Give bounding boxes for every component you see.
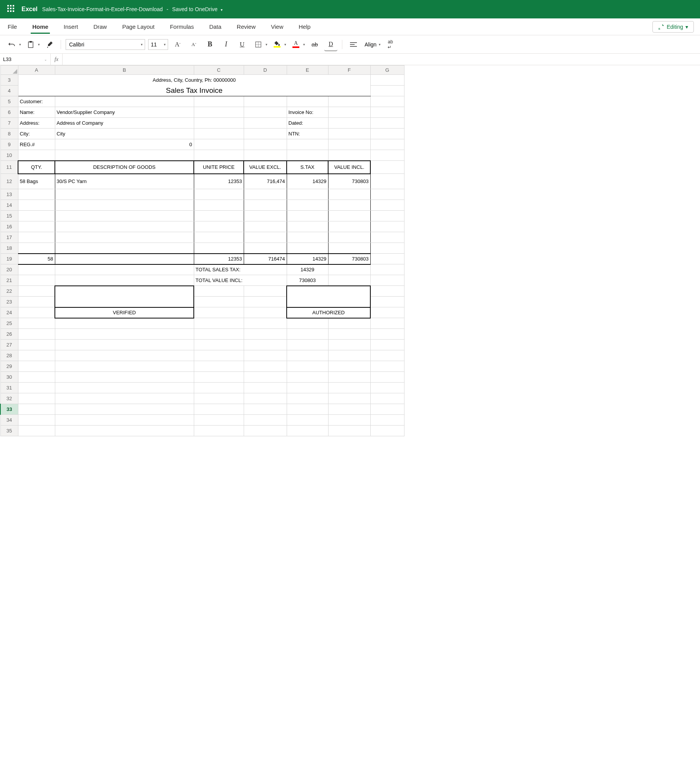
cell[interactable]: Vendor/Supplier Company	[55, 107, 194, 118]
tab-home[interactable]: Home	[31, 20, 50, 34]
cell[interactable]	[370, 426, 404, 436]
chevron-down-icon[interactable]: ▾	[221, 8, 223, 12]
cell[interactable]	[287, 372, 328, 383]
tab-data[interactable]: Data	[208, 20, 223, 34]
cell[interactable]	[18, 393, 55, 404]
cell[interactable]: Address, City, Country, Ph: 00000000	[18, 75, 370, 86]
tab-help[interactable]: Help	[297, 20, 312, 34]
cell[interactable]	[287, 393, 328, 404]
cell[interactable]	[55, 275, 194, 286]
cell[interactable]: 0	[55, 139, 194, 150]
cell[interactable]: QTY.	[18, 161, 55, 174]
formula-input[interactable]	[63, 54, 700, 65]
cell[interactable]	[244, 415, 287, 426]
cell[interactable]	[194, 107, 244, 118]
cell[interactable]	[370, 129, 404, 139]
cell[interactable]	[370, 415, 404, 426]
col-header-F[interactable]: F	[328, 66, 370, 75]
cell[interactable]	[328, 232, 370, 243]
cell[interactable]	[55, 221, 194, 232]
cell[interactable]	[370, 404, 404, 415]
wrap-text-button[interactable]: ab↵	[384, 38, 397, 51]
cell[interactable]	[328, 264, 370, 275]
cell[interactable]	[244, 200, 287, 211]
cell[interactable]	[328, 96, 370, 107]
tab-review[interactable]: Review	[235, 20, 257, 34]
row-header[interactable]: 6	[0, 107, 18, 118]
col-header-C[interactable]: C	[194, 66, 244, 75]
cell[interactable]	[244, 393, 287, 404]
cell[interactable]	[287, 232, 328, 243]
row-header[interactable]: 33	[0, 404, 18, 415]
align-icon-button[interactable]	[347, 38, 360, 51]
cell[interactable]: TOTAL SALES TAX:	[194, 264, 287, 275]
cell[interactable]	[194, 243, 244, 254]
format-painter-button[interactable]	[43, 38, 56, 51]
row-header[interactable]: 30	[0, 372, 18, 383]
row-header[interactable]: 13	[0, 189, 18, 200]
cell[interactable]	[18, 372, 55, 383]
cell[interactable]	[194, 404, 244, 415]
cell[interactable]	[328, 393, 370, 404]
row-header[interactable]: 35	[0, 426, 18, 436]
row-header[interactable]: 32	[0, 393, 18, 404]
cell[interactable]	[244, 361, 287, 372]
cell[interactable]	[18, 189, 55, 200]
cell[interactable]	[287, 426, 328, 436]
document-name[interactable]: Sales-Tax-Invoice-Format-in-Excel-Free-D…	[42, 6, 223, 12]
cell[interactable]	[244, 139, 287, 150]
cell[interactable]	[328, 189, 370, 200]
cell[interactable]: Sales Tax Invoice	[18, 86, 370, 96]
cell[interactable]	[194, 189, 244, 200]
cell[interactable]	[55, 211, 194, 221]
cell[interactable]	[194, 307, 244, 318]
cell[interactable]	[370, 107, 404, 118]
cell[interactable]	[287, 350, 328, 361]
row-header[interactable]: 12	[0, 174, 18, 189]
cell[interactable]: Invoice No:	[287, 107, 328, 118]
double-underline-button[interactable]: D	[324, 38, 337, 51]
cell[interactable]	[370, 232, 404, 243]
underline-button[interactable]: U	[236, 38, 249, 51]
cell[interactable]	[370, 75, 404, 86]
row-header[interactable]: 3	[0, 75, 18, 86]
cell[interactable]: Address of Company	[55, 118, 194, 129]
cell[interactable]	[55, 96, 194, 107]
row-header[interactable]: 34	[0, 415, 18, 426]
cell[interactable]: 14329	[287, 174, 328, 189]
cell[interactable]	[328, 150, 370, 161]
cell[interactable]	[55, 200, 194, 211]
cell[interactable]	[55, 350, 194, 361]
cell[interactable]	[194, 340, 244, 350]
cell[interactable]	[18, 350, 55, 361]
cell[interactable]	[55, 286, 194, 307]
cell[interactable]	[244, 426, 287, 436]
cell[interactable]	[194, 393, 244, 404]
cell[interactable]	[194, 118, 244, 129]
row-header[interactable]: 10	[0, 150, 18, 161]
cell[interactable]	[244, 329, 287, 340]
editing-mode-button[interactable]: Editing ▾	[652, 21, 694, 33]
cell[interactable]: 730803	[328, 254, 370, 264]
font-size-input[interactable]	[148, 39, 168, 50]
cell[interactable]	[194, 372, 244, 383]
font-family-select[interactable]: ▾	[66, 39, 145, 50]
cell[interactable]	[370, 264, 404, 275]
cell[interactable]	[55, 404, 194, 415]
cell[interactable]	[370, 139, 404, 150]
row-header[interactable]: 24	[0, 307, 18, 318]
row-header[interactable]: 18	[0, 243, 18, 254]
cell[interactable]	[244, 404, 287, 415]
cell[interactable]	[287, 189, 328, 200]
cell[interactable]	[244, 286, 287, 297]
cell[interactable]	[194, 211, 244, 221]
cell[interactable]: VERIFIED	[55, 307, 194, 318]
cell[interactable]	[244, 96, 287, 107]
cell[interactable]	[18, 329, 55, 340]
cell[interactable]	[55, 232, 194, 243]
cell[interactable]	[328, 118, 370, 129]
shrink-font-button[interactable]: Aˇ	[187, 38, 200, 51]
font-size-select[interactable]: ▾	[148, 39, 168, 50]
fill-color-button[interactable]: ▾	[271, 38, 286, 51]
cell[interactable]	[194, 129, 244, 139]
